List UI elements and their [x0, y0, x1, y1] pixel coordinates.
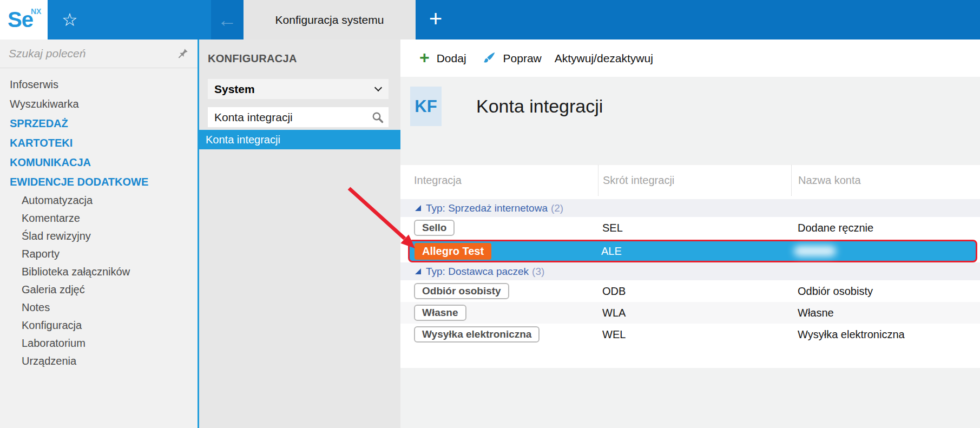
nexo-logo-icon: Se NX: [8, 8, 33, 32]
new-tab-button[interactable]: +: [416, 0, 456, 39]
sidebar-item-galeria[interactable]: Galeria zdjęć: [0, 281, 198, 299]
group-row-dostawca-paczek[interactable]: Typ: Dostawca paczek (3): [400, 262, 980, 280]
sidebar-item-raporty[interactable]: Raporty: [0, 245, 198, 263]
sidebar: Infoserwis Wyszukiwarka SPRZEDAŻ KARTOTE…: [0, 39, 198, 428]
panel-title: KONFIGURACJA: [208, 52, 389, 65]
sidebar-item-slad-rewizyjny[interactable]: Ślad rewizyjny: [0, 227, 198, 245]
favorites-button[interactable]: ☆: [48, 0, 211, 39]
sidebar-item-komunikacja[interactable]: KOMUNIKACJA: [0, 153, 198, 172]
column-header-integracja[interactable]: Integracja: [400, 165, 598, 196]
integration-chip: Sello: [414, 220, 455, 236]
sidebar-item-konfiguracja[interactable]: Konfiguracja: [0, 317, 198, 334]
cell-name: Odbiór osobisty: [791, 285, 980, 298]
config-result-konta-integracji[interactable]: Konta integracji: [199, 130, 400, 149]
plus-icon: +: [429, 8, 443, 30]
table-row-allegro-test-selected[interactable]: Allegro Test ALE: [408, 240, 977, 262]
application-window: Se NX ☆ ← Konfiguracja systemu +: [0, 0, 980, 428]
cell-code: SEL: [598, 222, 791, 234]
integration-chip: Odbiór osobisty: [414, 283, 509, 299]
integration-chip-allegro: Allegro Test: [415, 243, 491, 260]
sidebar-item-wyszukiwarka[interactable]: Wyszukiwarka: [0, 94, 198, 114]
cell-code: WEL: [598, 328, 791, 341]
sidebar-item-ewidencje[interactable]: EWIDENCJE DODATKOWE: [0, 172, 198, 192]
column-header-skrot-integracji[interactable]: Skrót integracji: [598, 165, 791, 196]
main-area: + Dodaj Popraw Aktywuj/dezaktywuj: [400, 39, 980, 428]
page-header: KF Konta integracji: [410, 87, 603, 126]
config-scope-dropdown[interactable]: System: [208, 79, 389, 99]
column-header-nazwa-konta[interactable]: Nazwa konta: [791, 165, 980, 196]
group-row-sprzedaz-internetowa[interactable]: Typ: Sprzedaż internetowa (2): [400, 199, 980, 217]
search-icon[interactable]: [371, 111, 384, 124]
dropdown-value: System: [214, 83, 255, 96]
top-bar: Se NX ☆ ← Konfiguracja systemu +: [0, 0, 980, 39]
cell-name: Wysyłka elektroniczna: [791, 328, 980, 341]
sidebar-item-biblioteka[interactable]: Biblioteka załączników: [0, 263, 198, 281]
cell-code: ODB: [598, 285, 791, 298]
cell-code: ALE: [597, 245, 790, 258]
add-button[interactable]: + Dodaj: [419, 50, 466, 66]
config-search-box[interactable]: [208, 107, 389, 127]
sidebar-item-sprzedaz[interactable]: SPRZEDAŻ: [0, 114, 198, 133]
sidebar-item-urzadzenia[interactable]: Urządzenia: [0, 352, 198, 370]
command-search-input[interactable]: [9, 47, 177, 60]
edit-button[interactable]: Popraw: [482, 51, 542, 65]
group-label: Typ: Sprzedaż internetowa: [426, 202, 548, 214]
sidebar-item-komentarze[interactable]: Komentarze: [0, 209, 198, 227]
group-count: (3): [532, 266, 544, 278]
logo-superscript: NX: [31, 7, 41, 16]
cell-name: Własne: [791, 307, 980, 319]
sidebar-item-infoserwis[interactable]: Infoserwis: [0, 75, 198, 94]
activate-deactivate-button[interactable]: Aktywuj/dezaktywuj: [555, 52, 653, 65]
table-row-wlasne[interactable]: Własne WLA Własne: [400, 302, 980, 324]
configuration-panel: KONFIGURACJA System Konta integracji: [199, 39, 400, 428]
group-label: Typ: Dostawca paczek: [426, 266, 529, 278]
sidebar-item-notes[interactable]: Notes: [0, 299, 198, 317]
table-row-wysylka-elektroniczna[interactable]: Wysyłka elektroniczna WEL Wysyłka elektr…: [400, 324, 980, 345]
content-area: KF Konta integracji Integracja Skrót int…: [400, 77, 980, 428]
group-collapse-icon: [415, 268, 421, 274]
sidebar-item-automatyzacja[interactable]: Automatyzacja: [0, 192, 198, 209]
back-button[interactable]: ←: [211, 0, 244, 39]
table-row-odbior-osobisty[interactable]: Odbiór osobisty ODB Odbiór osobisty: [400, 280, 980, 302]
star-icon: ☆: [62, 11, 78, 29]
tab-title: Konfiguracja systemu: [275, 14, 384, 27]
page-title: Konta integracji: [476, 96, 603, 117]
integration-chip: Własne: [414, 305, 466, 321]
sidebar-item-laboratorium[interactable]: Laboratorium: [0, 334, 198, 352]
tab-konfiguracja-systemu[interactable]: Konfiguracja systemu: [244, 0, 416, 39]
toolbar: + Dodaj Popraw Aktywuj/dezaktywuj: [400, 39, 980, 77]
group-collapse-icon: [415, 205, 421, 211]
integration-chip: Wysyłka elektroniczna: [414, 326, 540, 343]
integration-accounts-table: Integracja Skrót integracji Nazwa konta …: [400, 165, 980, 368]
app-logo[interactable]: Se NX: [0, 0, 48, 39]
back-arrow-icon: ←: [218, 10, 237, 30]
command-search-row: [0, 39, 198, 68]
redacted-account-name: [794, 246, 836, 256]
cell-code: WLA: [598, 307, 791, 319]
logo-text: Se: [8, 8, 33, 31]
cell-name: Dodane ręcznie: [791, 222, 980, 234]
sidebar-menu: Infoserwis Wyszukiwarka SPRZEDAŻ KARTOTE…: [0, 68, 198, 370]
config-search-input[interactable]: [214, 111, 371, 124]
group-count: (2): [551, 202, 563, 214]
pin-icon[interactable]: [177, 48, 189, 60]
table-row-sello[interactable]: Sello SEL Dodane ręcznie: [400, 217, 980, 239]
chevron-down-icon: [374, 83, 382, 91]
window-body: Infoserwis Wyszukiwarka SPRZEDAŻ KARTOTE…: [0, 39, 980, 428]
brush-icon: [482, 51, 496, 65]
sidebar-item-kartoteki[interactable]: KARTOTEKI: [0, 133, 198, 153]
module-badge: KF: [410, 87, 442, 126]
table-header-row: Integracja Skrót integracji Nazwa konta: [400, 165, 980, 196]
add-icon: +: [419, 49, 430, 66]
